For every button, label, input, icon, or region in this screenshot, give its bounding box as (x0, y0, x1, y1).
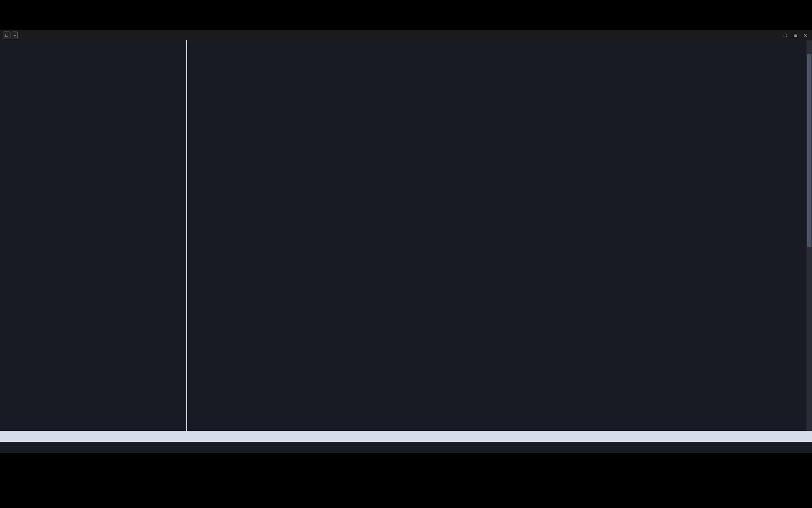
scrollbar[interactable] (807, 40, 812, 431)
plus-icon (5, 33, 8, 37)
svg-line-2 (786, 36, 787, 37)
terminal-area (0, 40, 812, 453)
code-pane[interactable] (188, 40, 812, 431)
close-icon (804, 33, 807, 37)
titlebar (0, 30, 812, 40)
titlebar-right-controls (782, 32, 812, 39)
svg-point-1 (784, 34, 786, 36)
tab-dropdown-button[interactable] (12, 32, 18, 39)
file-tree-pane[interactable] (0, 40, 185, 431)
chevron-down-icon (13, 34, 16, 37)
titlebar-left-controls (0, 32, 18, 39)
status-line (0, 431, 812, 442)
scrollbar-thumb[interactable] (807, 54, 811, 247)
search-icon (783, 33, 788, 38)
mode-line (0, 442, 812, 453)
close-button[interactable] (802, 32, 809, 39)
hamburger-icon (793, 33, 798, 38)
new-tab-button[interactable] (3, 32, 10, 39)
vertical-split-bar[interactable] (185, 40, 188, 431)
letterbox-bottom (0, 453, 812, 508)
menu-button[interactable] (791, 32, 799, 39)
letterbox-top (0, 0, 812, 30)
search-button[interactable] (782, 32, 789, 39)
svg-rect-0 (5, 34, 8, 37)
vim-split (0, 40, 812, 431)
